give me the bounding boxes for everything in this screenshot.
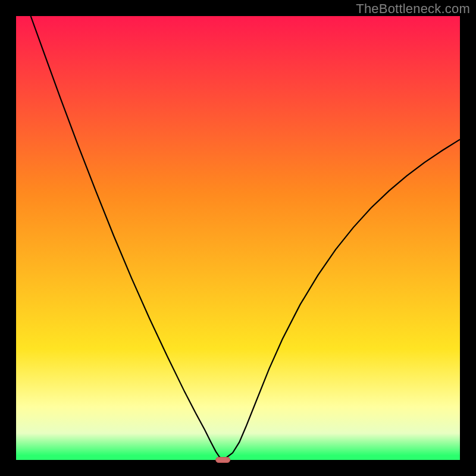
chart-frame: TheBottleneck.com bbox=[0, 0, 476, 476]
chart-gradient-background bbox=[16, 16, 460, 460]
optimal-marker bbox=[216, 458, 230, 463]
bottleneck-chart bbox=[0, 0, 476, 476]
watermark-text: TheBottleneck.com bbox=[356, 1, 470, 17]
